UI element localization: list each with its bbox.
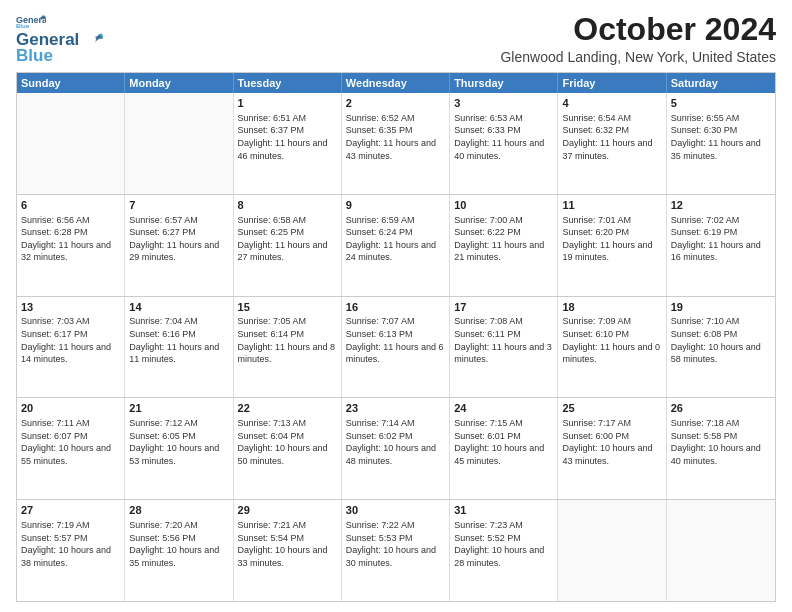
day-number-11: 11 <box>562 198 661 213</box>
day-6: 6Sunrise: 6:56 AM Sunset: 6:28 PM Daylig… <box>17 195 125 296</box>
day-number-1: 1 <box>238 96 337 111</box>
day-number-17: 17 <box>454 300 553 315</box>
day-info-16: Sunrise: 7:07 AM Sunset: 6:13 PM Dayligh… <box>346 316 444 364</box>
day-info-30: Sunrise: 7:22 AM Sunset: 5:53 PM Dayligh… <box>346 520 436 568</box>
header-thursday: Thursday <box>450 73 558 93</box>
day-number-14: 14 <box>129 300 228 315</box>
day-11: 11Sunrise: 7:01 AM Sunset: 6:20 PM Dayli… <box>558 195 666 296</box>
day-info-11: Sunrise: 7:01 AM Sunset: 6:20 PM Dayligh… <box>562 215 652 263</box>
header-wednesday: Wednesday <box>342 73 450 93</box>
day-info-3: Sunrise: 6:53 AM Sunset: 6:33 PM Dayligh… <box>454 113 544 161</box>
day-info-23: Sunrise: 7:14 AM Sunset: 6:02 PM Dayligh… <box>346 418 436 466</box>
day-number-6: 6 <box>21 198 120 213</box>
calendar: Sunday Monday Tuesday Wednesday Thursday… <box>16 72 776 602</box>
day-20: 20Sunrise: 7:11 AM Sunset: 6:07 PM Dayli… <box>17 398 125 499</box>
day-number-12: 12 <box>671 198 771 213</box>
day-number-31: 31 <box>454 503 553 518</box>
day-info-1: Sunrise: 6:51 AM Sunset: 6:37 PM Dayligh… <box>238 113 328 161</box>
day-info-29: Sunrise: 7:21 AM Sunset: 5:54 PM Dayligh… <box>238 520 328 568</box>
day-info-19: Sunrise: 7:10 AM Sunset: 6:08 PM Dayligh… <box>671 316 761 364</box>
week-row-2: 13Sunrise: 7:03 AM Sunset: 6:17 PM Dayli… <box>17 296 775 398</box>
day-info-18: Sunrise: 7:09 AM Sunset: 6:10 PM Dayligh… <box>562 316 660 364</box>
day-number-7: 7 <box>129 198 228 213</box>
logo-icon: General Blue <box>16 12 46 30</box>
day-number-20: 20 <box>21 401 120 416</box>
day-info-7: Sunrise: 6:57 AM Sunset: 6:27 PM Dayligh… <box>129 215 219 263</box>
day-24: 24Sunrise: 7:15 AM Sunset: 6:01 PM Dayli… <box>450 398 558 499</box>
day-19: 19Sunrise: 7:10 AM Sunset: 6:08 PM Dayli… <box>667 297 775 398</box>
day-4: 4Sunrise: 6:54 AM Sunset: 6:32 PM Daylig… <box>558 93 666 194</box>
header-saturday: Saturday <box>667 73 775 93</box>
day-info-26: Sunrise: 7:18 AM Sunset: 5:58 PM Dayligh… <box>671 418 761 466</box>
day-8: 8Sunrise: 6:58 AM Sunset: 6:25 PM Daylig… <box>234 195 342 296</box>
day-27: 27Sunrise: 7:19 AM Sunset: 5:57 PM Dayli… <box>17 500 125 601</box>
day-28: 28Sunrise: 7:20 AM Sunset: 5:56 PM Dayli… <box>125 500 233 601</box>
day-number-25: 25 <box>562 401 661 416</box>
month-title: October 2024 <box>500 12 776 47</box>
day-5: 5Sunrise: 6:55 AM Sunset: 6:30 PM Daylig… <box>667 93 775 194</box>
header-friday: Friday <box>558 73 666 93</box>
day-number-24: 24 <box>454 401 553 416</box>
day-10: 10Sunrise: 7:00 AM Sunset: 6:22 PM Dayli… <box>450 195 558 296</box>
day-info-8: Sunrise: 6:58 AM Sunset: 6:25 PM Dayligh… <box>238 215 328 263</box>
week-row-4: 27Sunrise: 7:19 AM Sunset: 5:57 PM Dayli… <box>17 499 775 601</box>
logo: General Blue General Blue <box>16 12 103 66</box>
day-22: 22Sunrise: 7:13 AM Sunset: 6:04 PM Dayli… <box>234 398 342 499</box>
day-info-27: Sunrise: 7:19 AM Sunset: 5:57 PM Dayligh… <box>21 520 111 568</box>
day-info-5: Sunrise: 6:55 AM Sunset: 6:30 PM Dayligh… <box>671 113 761 161</box>
empty-cell-4-6 <box>667 500 775 601</box>
day-23: 23Sunrise: 7:14 AM Sunset: 6:02 PM Dayli… <box>342 398 450 499</box>
day-number-10: 10 <box>454 198 553 213</box>
location: Glenwood Landing, New York, United State… <box>500 49 776 65</box>
day-number-22: 22 <box>238 401 337 416</box>
day-30: 30Sunrise: 7:22 AM Sunset: 5:53 PM Dayli… <box>342 500 450 601</box>
day-number-23: 23 <box>346 401 445 416</box>
day-17: 17Sunrise: 7:08 AM Sunset: 6:11 PM Dayli… <box>450 297 558 398</box>
day-info-21: Sunrise: 7:12 AM Sunset: 6:05 PM Dayligh… <box>129 418 219 466</box>
day-18: 18Sunrise: 7:09 AM Sunset: 6:10 PM Dayli… <box>558 297 666 398</box>
day-number-2: 2 <box>346 96 445 111</box>
day-9: 9Sunrise: 6:59 AM Sunset: 6:24 PM Daylig… <box>342 195 450 296</box>
day-16: 16Sunrise: 7:07 AM Sunset: 6:13 PM Dayli… <box>342 297 450 398</box>
day-29: 29Sunrise: 7:21 AM Sunset: 5:54 PM Dayli… <box>234 500 342 601</box>
logo-blue: Blue <box>16 46 53 66</box>
day-number-28: 28 <box>129 503 228 518</box>
day-26: 26Sunrise: 7:18 AM Sunset: 5:58 PM Dayli… <box>667 398 775 499</box>
header-sunday: Sunday <box>17 73 125 93</box>
day-7: 7Sunrise: 6:57 AM Sunset: 6:27 PM Daylig… <box>125 195 233 296</box>
day-number-27: 27 <box>21 503 120 518</box>
bird-icon <box>81 32 103 48</box>
empty-cell-4-5 <box>558 500 666 601</box>
day-info-28: Sunrise: 7:20 AM Sunset: 5:56 PM Dayligh… <box>129 520 219 568</box>
day-12: 12Sunrise: 7:02 AM Sunset: 6:19 PM Dayli… <box>667 195 775 296</box>
day-number-18: 18 <box>562 300 661 315</box>
day-info-4: Sunrise: 6:54 AM Sunset: 6:32 PM Dayligh… <box>562 113 652 161</box>
day-info-12: Sunrise: 7:02 AM Sunset: 6:19 PM Dayligh… <box>671 215 761 263</box>
day-31: 31Sunrise: 7:23 AM Sunset: 5:52 PM Dayli… <box>450 500 558 601</box>
day-info-17: Sunrise: 7:08 AM Sunset: 6:11 PM Dayligh… <box>454 316 552 364</box>
calendar-header: Sunday Monday Tuesday Wednesday Thursday… <box>17 73 775 93</box>
day-number-21: 21 <box>129 401 228 416</box>
header-monday: Monday <box>125 73 233 93</box>
day-info-10: Sunrise: 7:00 AM Sunset: 6:22 PM Dayligh… <box>454 215 544 263</box>
day-info-15: Sunrise: 7:05 AM Sunset: 6:14 PM Dayligh… <box>238 316 336 364</box>
day-21: 21Sunrise: 7:12 AM Sunset: 6:05 PM Dayli… <box>125 398 233 499</box>
day-number-19: 19 <box>671 300 771 315</box>
day-3: 3Sunrise: 6:53 AM Sunset: 6:33 PM Daylig… <box>450 93 558 194</box>
day-number-5: 5 <box>671 96 771 111</box>
page: General Blue General Blue October 2024 G… <box>0 0 792 612</box>
day-info-6: Sunrise: 6:56 AM Sunset: 6:28 PM Dayligh… <box>21 215 111 263</box>
day-info-25: Sunrise: 7:17 AM Sunset: 6:00 PM Dayligh… <box>562 418 652 466</box>
calendar-body: 1Sunrise: 6:51 AM Sunset: 6:37 PM Daylig… <box>17 93 775 601</box>
day-number-15: 15 <box>238 300 337 315</box>
day-number-26: 26 <box>671 401 771 416</box>
day-info-2: Sunrise: 6:52 AM Sunset: 6:35 PM Dayligh… <box>346 113 436 161</box>
week-row-0: 1Sunrise: 6:51 AM Sunset: 6:37 PM Daylig… <box>17 93 775 194</box>
day-number-13: 13 <box>21 300 120 315</box>
title-block: October 2024 Glenwood Landing, New York,… <box>500 12 776 65</box>
empty-cell-0-0 <box>17 93 125 194</box>
day-info-31: Sunrise: 7:23 AM Sunset: 5:52 PM Dayligh… <box>454 520 544 568</box>
day-info-24: Sunrise: 7:15 AM Sunset: 6:01 PM Dayligh… <box>454 418 544 466</box>
day-number-9: 9 <box>346 198 445 213</box>
header-tuesday: Tuesday <box>234 73 342 93</box>
